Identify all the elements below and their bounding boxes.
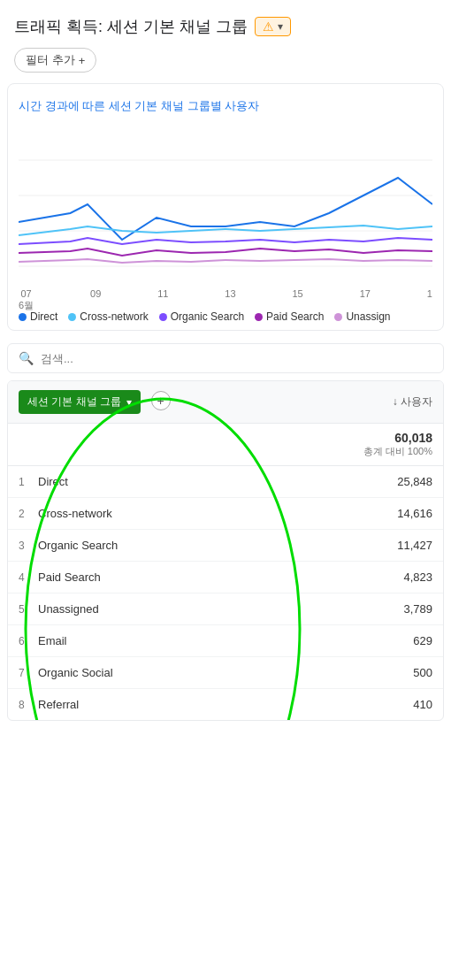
filter-bar: 필터 추가 + bbox=[0, 44, 451, 83]
chart-title: 시간 경과에 따른 세션 기본 채널 그룹별 사용자 bbox=[19, 98, 432, 114]
line-chart bbox=[19, 125, 432, 284]
plus-icon: + bbox=[79, 54, 86, 67]
row-channel-label: Organic Social bbox=[38, 666, 326, 679]
row-user-count: 410 bbox=[326, 698, 432, 711]
row-channel-label: Email bbox=[38, 634, 326, 647]
legend-dot-unassigned bbox=[334, 313, 342, 321]
page-header: 트래픽 획득: 세션 기본 채널 그룹 ⚠ ▾ bbox=[0, 0, 451, 44]
row-user-count: 25,848 bbox=[326, 475, 432, 488]
x-axis: 076월 09 11 13 15 17 1 bbox=[19, 287, 432, 312]
row-user-count: 500 bbox=[326, 666, 432, 679]
table-row: 1 Direct 25,848 bbox=[8, 466, 443, 498]
group-by-button[interactable]: 세션 기본 채널 그룹 ▾ bbox=[19, 390, 141, 414]
table-row: 6 Email 629 bbox=[8, 625, 443, 657]
row-number: 5 bbox=[19, 603, 38, 616]
row-number: 4 bbox=[19, 571, 38, 584]
row-channel-label: Referral bbox=[38, 698, 326, 711]
chart-area: 076월 09 11 13 15 17 1 bbox=[19, 125, 432, 302]
legend-organic-search: Organic Search bbox=[159, 310, 244, 323]
legend-direct: Direct bbox=[19, 310, 57, 323]
row-user-count: 4,823 bbox=[326, 570, 432, 584]
legend-cross-network: Cross-network bbox=[68, 310, 148, 323]
row-number: 6 bbox=[19, 635, 38, 647]
legend-label-unassigned: Unassign bbox=[346, 310, 390, 323]
table-row: 5 Unassigned 3,789 bbox=[8, 593, 443, 625]
warning-button[interactable]: ⚠ ▾ bbox=[255, 17, 291, 36]
warning-icon: ⚠ bbox=[263, 19, 274, 34]
row-user-count: 3,789 bbox=[326, 602, 432, 616]
col-users-label: ↓ 사용자 bbox=[393, 394, 432, 410]
col-users-header: ↓ 사용자 bbox=[326, 394, 432, 410]
row-number: 8 bbox=[19, 699, 38, 711]
legend-dot-paid bbox=[255, 313, 263, 321]
legend-unassigned: Unassign bbox=[334, 310, 390, 323]
legend-label-cross: Cross-network bbox=[80, 310, 148, 323]
x-label: 076월 bbox=[19, 288, 34, 312]
row-channel-label: Paid Search bbox=[38, 570, 326, 584]
x-label: 13 bbox=[225, 288, 235, 312]
table-row: 7 Organic Social 500 bbox=[8, 657, 443, 689]
row-number: 3 bbox=[19, 540, 38, 552]
search-input[interactable] bbox=[41, 352, 432, 365]
filter-label: 필터 추가 bbox=[26, 52, 75, 68]
total-number: 60,018 bbox=[326, 431, 432, 445]
row-number: 7 bbox=[19, 667, 38, 679]
row-number: 1 bbox=[19, 476, 38, 488]
data-table: 세션 기본 채널 그룹 ▾ + ↓ 사용자 60,018 총계 대비 100% … bbox=[7, 380, 444, 721]
row-channel-label: Unassigned bbox=[38, 602, 326, 616]
table-row: 4 Paid Search 4,823 bbox=[8, 562, 443, 593]
chart-legend: Direct Cross-network Organic Search Paid… bbox=[19, 310, 432, 323]
table-row: 8 Referral 410 bbox=[8, 689, 443, 720]
group-btn-label: 세션 기본 채널 그룹 bbox=[27, 394, 121, 410]
table-header-row: 세션 기본 채널 그룹 ▾ + ↓ 사용자 bbox=[8, 381, 443, 424]
legend-dot-cross bbox=[68, 313, 76, 321]
chevron-down-icon: ▾ bbox=[278, 20, 283, 33]
chart-section: 시간 경과에 따른 세션 기본 채널 그룹별 사용자 076월 09 11 13… bbox=[7, 83, 444, 331]
legend-label-direct: Direct bbox=[30, 310, 57, 323]
search-bar: 🔍 bbox=[7, 343, 444, 373]
row-number: 2 bbox=[19, 508, 38, 520]
legend-label-organic: Organic Search bbox=[171, 310, 244, 323]
x-label: 15 bbox=[293, 288, 303, 312]
total-row: 60,018 총계 대비 100% bbox=[8, 424, 443, 466]
table-row: 2 Cross-network 14,616 bbox=[8, 498, 443, 530]
add-column-button[interactable]: + bbox=[151, 391, 171, 410]
table-row: 3 Organic Search 11,427 bbox=[8, 530, 443, 562]
table-body: 1 Direct 25,848 2 Cross-network 14,616 3… bbox=[8, 466, 443, 720]
x-label: 1 bbox=[427, 288, 432, 312]
row-user-count: 14,616 bbox=[326, 507, 432, 520]
total-values: 60,018 총계 대비 100% bbox=[326, 431, 432, 458]
row-channel-label: Direct bbox=[38, 475, 326, 488]
chevron-down-icon: ▾ bbox=[126, 396, 132, 409]
total-pct: 총계 대비 100% bbox=[326, 445, 432, 458]
page-title: 트래픽 획득: 세션 기본 채널 그룹 bbox=[14, 16, 248, 37]
row-channel-label: Organic Search bbox=[38, 539, 326, 552]
col-group-header: 세션 기본 채널 그룹 ▾ + bbox=[19, 390, 326, 414]
legend-paid-search: Paid Search bbox=[255, 310, 324, 323]
legend-dot-organic bbox=[159, 313, 167, 321]
legend-label-paid: Paid Search bbox=[266, 310, 324, 323]
x-label: 17 bbox=[360, 288, 371, 312]
legend-dot-direct bbox=[19, 313, 27, 321]
add-filter-button[interactable]: 필터 추가 + bbox=[14, 48, 96, 73]
row-user-count: 629 bbox=[326, 634, 432, 647]
row-channel-label: Cross-network bbox=[38, 507, 326, 520]
x-label: 09 bbox=[90, 288, 101, 312]
search-icon: 🔍 bbox=[19, 351, 34, 365]
x-label: 11 bbox=[157, 288, 168, 312]
row-user-count: 11,427 bbox=[326, 539, 432, 552]
